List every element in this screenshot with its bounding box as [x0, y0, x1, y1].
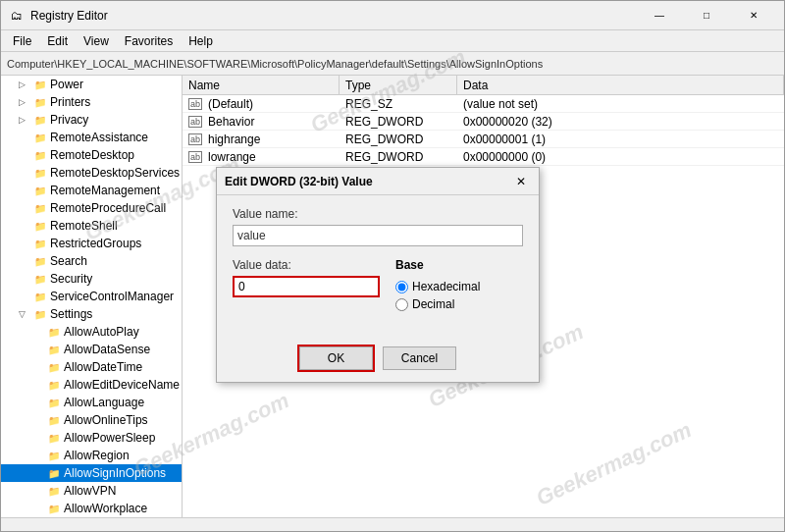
- folder-icon: 📁: [46, 342, 62, 357]
- tree-item[interactable]: 📁AllowWorkplace: [1, 500, 182, 517]
- value-data-label: Value data:: [233, 258, 380, 272]
- tree-item[interactable]: 📁RemoteDesktopServices: [1, 164, 182, 182]
- maximize-button[interactable]: □: [684, 1, 729, 30]
- tree-item[interactable]: 📁RestrictedGroups: [1, 235, 182, 252]
- list-cell-name: ab(Default): [183, 97, 340, 111]
- dialog-title-text: Edit DWORD (32-bit) Value: [225, 175, 373, 188]
- minimize-button[interactable]: —: [637, 1, 682, 30]
- folder-icon: 📁: [46, 395, 62, 410]
- address-bar: Computer\HKEY_LOCAL_MACHINE\SOFTWARE\Mic…: [1, 52, 784, 76]
- list-cell-type: REG_DWORD: [340, 150, 457, 164]
- folder-icon: 📁: [46, 448, 62, 463]
- list-cell-data: 0x00000020 (32): [457, 115, 784, 129]
- col-header-name: Name: [183, 76, 340, 94]
- tree-item[interactable]: ▷📁Power: [1, 76, 182, 93]
- value-data-section: Value data:: [233, 258, 380, 315]
- folder-icon: 📁: [32, 236, 48, 251]
- list-row[interactable]: ablowrangeREG_DWORD0x00000000 (0): [183, 148, 784, 166]
- tree-item[interactable]: 📁RemoteDesktop: [1, 146, 182, 164]
- edit-dword-dialog[interactable]: Edit DWORD (32-bit) Value ✕ Value name: …: [216, 167, 540, 383]
- tree-item-label: RemoteDesktopServices: [50, 166, 180, 180]
- tree-item[interactable]: 📁AllowVPN: [1, 482, 182, 500]
- tree-item[interactable]: 📁AllowOnlineTips: [1, 411, 182, 429]
- tree-item[interactable]: 📁AllowSignInOptions: [1, 464, 182, 482]
- folder-icon: 📁: [32, 165, 48, 181]
- tree-item[interactable]: 📁AllowDateTime: [1, 358, 182, 376]
- ok-button[interactable]: OK: [299, 346, 373, 370]
- reg-value-icon: ab: [188, 151, 202, 163]
- decimal-radio-row: Decimal: [395, 297, 523, 311]
- value-data-input[interactable]: [233, 276, 380, 297]
- dialog-footer: OK Cancel: [217, 339, 539, 382]
- col-header-type: Type: [340, 76, 457, 94]
- menu-view[interactable]: View: [76, 32, 117, 50]
- tree-item-label: AllowLanguage: [64, 396, 144, 409]
- reg-value-icon: ab: [188, 98, 202, 110]
- tree-item-label: AllowRegion: [64, 449, 130, 462]
- tree-item[interactable]: 📁AllowDataSense: [1, 341, 182, 358]
- tree-item[interactable]: 📁Search: [1, 252, 182, 270]
- tree-expand-icon: ▷: [19, 97, 32, 107]
- tree-item[interactable]: 📁AllowAutoPlay: [1, 323, 182, 341]
- tree-panel[interactable]: ▷📁Power▷📁Printers▷📁Privacy📁RemoteAssista…: [1, 76, 183, 517]
- value-name-label: Value name:: [233, 207, 523, 221]
- tree-item-label: RestrictedGroups: [50, 237, 141, 250]
- tree-item[interactable]: 📁AllowEditDeviceName: [1, 376, 182, 394]
- hexadecimal-radio-row: Hexadecimal: [395, 280, 523, 293]
- tree-item[interactable]: 📁RemoteProcedureCall: [1, 199, 182, 217]
- menu-file[interactable]: File: [5, 32, 39, 50]
- folder-icon: 📁: [46, 412, 62, 428]
- value-name-input[interactable]: [233, 225, 523, 246]
- close-button[interactable]: ✕: [731, 1, 776, 30]
- tree-item-label: ServiceControlManager: [50, 290, 174, 303]
- list-name-text: lowrange: [208, 150, 256, 164]
- window-title: Registry Editor: [30, 9, 637, 23]
- tree-item-label: AllowDataSense: [64, 343, 150, 356]
- tree-item-label: RemoteManagement: [50, 184, 160, 197]
- tree-item[interactable]: 📁AllowRegion: [1, 447, 182, 464]
- base-section: Base Hexadecimal Decimal: [395, 258, 523, 315]
- list-cell-data: 0x00000001 (1): [457, 133, 784, 146]
- tree-item-label: Power: [50, 78, 83, 91]
- list-row[interactable]: abBehaviorREG_DWORD0x00000020 (32): [183, 113, 784, 131]
- tree-expand-icon: ▷: [19, 115, 32, 125]
- folder-icon: 📁: [32, 183, 48, 198]
- list-cell-data: 0x00000000 (0): [457, 150, 784, 164]
- menu-favorites[interactable]: Favorites: [117, 32, 181, 50]
- folder-icon: 📁: [46, 430, 62, 446]
- folder-icon: 📁: [32, 147, 48, 163]
- list-row[interactable]: abhighrangeREG_DWORD0x00000001 (1): [183, 131, 784, 148]
- tree-item[interactable]: 📁RemoteAssistance: [1, 129, 182, 146]
- hexadecimal-radio[interactable]: [395, 281, 408, 293]
- tree-item[interactable]: 📁AllowPowerSleep: [1, 429, 182, 447]
- decimal-radio[interactable]: [395, 298, 408, 311]
- folder-icon: 📁: [32, 253, 48, 269]
- list-cell-data: (value not set): [457, 97, 784, 111]
- tree-item[interactable]: ▷📁Privacy: [1, 111, 182, 129]
- list-cell-type: REG_DWORD: [340, 133, 457, 146]
- tree-item[interactable]: 📁RemoteManagement: [1, 182, 182, 199]
- list-cell-type: REG_DWORD: [340, 115, 457, 129]
- tree-item-label: RemoteProcedureCall: [50, 201, 166, 215]
- horizontal-scrollbar[interactable]: [1, 517, 784, 531]
- tree-item-label: AllowAutoPlay: [64, 325, 139, 339]
- tree-item[interactable]: 📁ServiceControlManager: [1, 288, 182, 305]
- menu-help[interactable]: Help: [181, 32, 221, 50]
- list-row[interactable]: ab(Default)REG_SZ(value not set): [183, 95, 784, 113]
- tree-item-label: Settings: [50, 307, 92, 321]
- window-controls: — □ ✕: [637, 1, 776, 30]
- tree-item[interactable]: ▽📁Settings: [1, 305, 182, 323]
- tree-item[interactable]: ▷📁Printers: [1, 93, 182, 111]
- list-name-text: Behavior: [208, 115, 254, 129]
- tree-item-label: Security: [50, 272, 92, 286]
- tree-item[interactable]: 📁RemoteShell: [1, 217, 182, 235]
- cancel-button[interactable]: Cancel: [383, 346, 456, 370]
- tree-item[interactable]: 📁Security: [1, 270, 182, 288]
- tree-item[interactable]: 📁AllowLanguage: [1, 394, 182, 411]
- folder-icon: 📁: [46, 324, 62, 340]
- dialog-close-button[interactable]: ✕: [511, 172, 531, 191]
- menu-edit[interactable]: Edit: [39, 32, 76, 50]
- folder-icon: 📁: [46, 501, 62, 516]
- tree-item-label: AllowVPN: [64, 484, 116, 498]
- tree-expand-icon: ▽: [19, 309, 32, 319]
